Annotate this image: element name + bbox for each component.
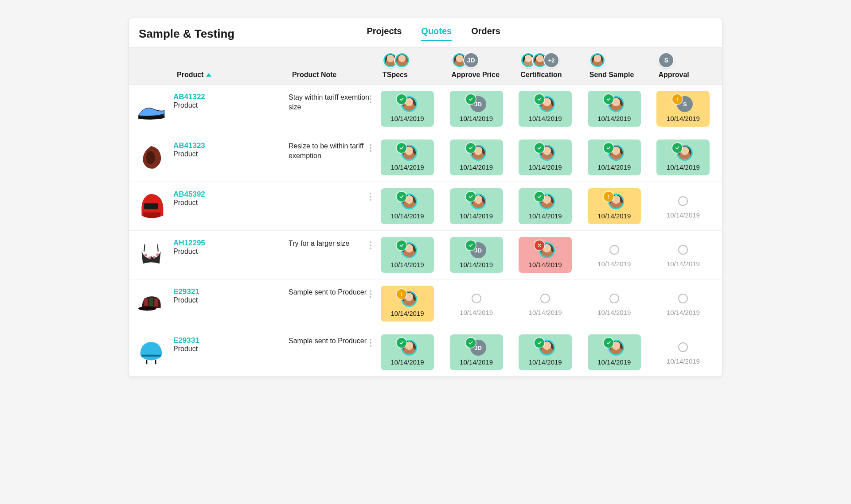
product-sku-link[interactable]: AH12295 — [173, 239, 289, 248]
row-actions-menu-icon[interactable] — [367, 336, 375, 349]
stage-status-badge[interactable]: 10/14/2019 — [519, 140, 572, 175]
status-avatar-stack — [398, 95, 417, 112]
row-actions-menu-icon[interactable] — [367, 93, 375, 106]
status-avatar-stack — [605, 193, 624, 209]
col-header-label: Send Sample — [589, 71, 634, 79]
stage-cell-send: 10/14/2019 — [584, 334, 653, 370]
stage-status-badge[interactable]: JD10/14/2019 — [450, 334, 503, 370]
check-icon — [604, 94, 613, 104]
assignee-avatar[interactable]: S — [658, 52, 674, 68]
product-cell: AB45392Product — [173, 188, 289, 207]
stage-status-badge[interactable]: 10/14/2019 — [381, 188, 434, 224]
stage-date: 10/14/2019 — [390, 163, 424, 171]
stage-cell-approve: 10/14/2019 — [446, 140, 515, 175]
stage-status-badge[interactable]: 10/14/2019 — [519, 91, 572, 127]
col-header-approval[interactable]: SApproval — [653, 52, 722, 79]
stage-status-badge[interactable]: 10/14/2019 — [588, 286, 641, 321]
stage-date: 10/14/2019 — [460, 309, 493, 316]
product-note: Sample sent to Producer — [289, 334, 377, 346]
status-avatar-stack — [398, 193, 417, 209]
stage-status-badge[interactable]: 10/14/2019 — [381, 140, 434, 175]
stage-status-badge[interactable]: 10/14/2019 — [381, 286, 434, 322]
stage-status-badge[interactable]: S10/14/2019 — [656, 91, 710, 127]
product-note-text: Resize to be within tariff exemption — [289, 142, 364, 159]
stage-date: 10/14/2019 — [529, 163, 562, 171]
row-actions-menu-icon[interactable] — [367, 239, 375, 252]
tab-orders[interactable]: Orders — [471, 26, 500, 41]
row-actions-menu-icon[interactable] — [367, 141, 375, 155]
stage-status-badge[interactable]: 10/14/2019 — [656, 188, 710, 223]
product-note: Sample sent to Producer — [289, 286, 377, 297]
status-avatar-stack — [673, 144, 693, 161]
col-header-product-label: Product — [177, 71, 203, 79]
tab-quotes[interactable]: Quotes — [421, 26, 452, 41]
product-thumbnail[interactable] — [129, 140, 173, 175]
stage-status-badge[interactable]: 10/14/2019 — [519, 286, 572, 321]
product-sku-link[interactable]: AB41322 — [173, 93, 289, 101]
stage-status-badge[interactable]: 10/14/2019 — [450, 188, 503, 224]
stage-status-badge[interactable]: 10/14/2019 — [381, 334, 434, 370]
assignee-avatar[interactable]: JD — [463, 52, 479, 68]
stage-status-badge[interactable]: 10/14/2019 — [656, 334, 710, 369]
assignee-avatar[interactable] — [394, 52, 410, 68]
stage-date: 10/14/2019 — [460, 163, 493, 171]
product-thumbnail[interactable] — [129, 286, 173, 321]
product-thumbnail[interactable] — [129, 237, 173, 272]
row-actions-menu-icon[interactable] — [367, 287, 375, 301]
row-actions-menu-icon[interactable] — [367, 190, 375, 203]
stage-status-badge[interactable]: 10/14/2019 — [588, 237, 641, 272]
stage-status-badge[interactable]: 10/14/2019 — [381, 237, 434, 273]
stage-status-badge[interactable]: 10/14/2019 — [588, 140, 641, 175]
col-header-note[interactable]: Product Note — [289, 71, 377, 79]
product-sku-link[interactable]: E29321 — [173, 287, 289, 296]
col-header-approve[interactable]: JDApprove Price — [446, 52, 515, 79]
stage-assignees: JD — [452, 52, 479, 68]
stage-date: 10/14/2019 — [390, 358, 424, 366]
product-sku-link[interactable]: E29331 — [173, 336, 289, 345]
check-icon — [466, 143, 476, 153]
col-header-cert[interactable]: +2Certification — [515, 52, 584, 79]
check-icon — [466, 338, 476, 348]
col-header-tspecs[interactable]: TSpecs — [377, 52, 446, 79]
col-header-product[interactable]: Product — [173, 71, 289, 79]
status-avatar-stack: S — [673, 95, 693, 112]
stage-status-badge[interactable]: 10/14/2019 — [656, 237, 710, 272]
stage-cell-approve: 10/14/2019 — [446, 188, 515, 224]
stage-status-badge[interactable]: 10/14/2019 — [450, 286, 503, 321]
product-thumbnail[interactable] — [129, 334, 173, 370]
product-thumbnail[interactable] — [129, 188, 173, 224]
stage-cell-send: 10/14/2019 — [584, 286, 653, 321]
avatar-overflow-count[interactable]: +2 — [543, 52, 559, 68]
stage-status-badge[interactable]: JD10/14/2019 — [450, 237, 503, 273]
stage-status-badge[interactable]: 10/14/2019 — [450, 140, 503, 175]
product-sku-link[interactable]: AB45392 — [173, 190, 289, 199]
check-icon — [397, 94, 406, 104]
stage-status-badge[interactable]: 10/14/2019 — [588, 188, 641, 224]
stage-status-badge[interactable]: 10/14/2019 — [588, 91, 641, 127]
stage-cell-approve: JD10/14/2019 — [446, 91, 515, 127]
stage-status-badge[interactable]: 10/14/2019 — [656, 140, 710, 175]
stage-status-badge[interactable]: JD10/14/2019 — [450, 91, 503, 127]
stage-status-badge[interactable]: 10/14/2019 — [519, 334, 572, 370]
stage-status-badge[interactable]: 10/14/2019 — [656, 286, 710, 321]
stage-cell-tspecs: 10/14/2019 — [377, 188, 446, 224]
col-header-label: TSpecs — [383, 71, 408, 79]
stage-cell-approve: JD10/14/2019 — [446, 334, 515, 370]
product-thumbnail[interactable] — [129, 91, 173, 126]
status-avatar-stack: JD — [467, 339, 486, 356]
panel-header: Sample & Testing ProjectsQuotesOrders — [129, 18, 722, 47]
col-header-send[interactable]: Send Sample — [584, 52, 653, 79]
warning-icon — [604, 192, 613, 202]
status-empty-icon — [609, 294, 619, 303]
product-sku-link[interactable]: AB41323 — [173, 141, 289, 150]
tab-projects[interactable]: Projects — [367, 26, 402, 41]
warning-icon — [397, 289, 406, 299]
product-type-label: Product — [173, 150, 289, 158]
stage-status-badge[interactable]: 10/14/2019 — [381, 91, 434, 127]
assignee-avatar[interactable] — [589, 52, 605, 68]
check-icon — [397, 240, 406, 250]
stage-status-badge[interactable]: 10/14/2019 — [588, 334, 641, 370]
stage-status-badge[interactable]: 10/14/2019 — [519, 237, 572, 273]
product-note: Resize to be within tariff exemption — [289, 140, 377, 160]
stage-status-badge[interactable]: 10/14/2019 — [519, 188, 572, 224]
